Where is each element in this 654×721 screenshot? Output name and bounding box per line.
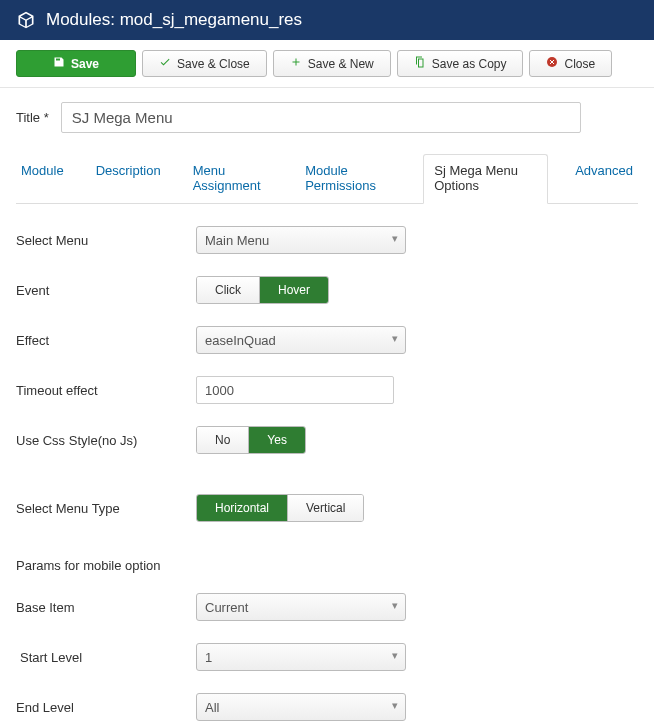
page-title: Modules: mod_sj_megamenu_res (46, 10, 302, 30)
label-timeout: Timeout effect (16, 383, 196, 398)
row-effect: Effect easeInQuad (16, 326, 638, 354)
label-menu-type: Select Menu Type (16, 501, 196, 516)
save-label: Save (71, 57, 99, 71)
row-select-menu: Select Menu Main Menu (16, 226, 638, 254)
start-level-dropdown[interactable]: 1 (196, 643, 406, 671)
event-toggle: Click Hover (196, 276, 329, 304)
use-css-no-option[interactable]: No (197, 427, 248, 453)
menu-type-toggle: Horizontal Vertical (196, 494, 364, 522)
page-header: Modules: mod_sj_megamenu_res (0, 0, 654, 40)
save-new-label: Save & New (308, 57, 374, 71)
save-new-button[interactable]: Save & New (273, 50, 391, 77)
timeout-input[interactable] (196, 376, 394, 404)
tab-module-permissions[interactable]: Module Permissions (300, 154, 401, 204)
label-event: Event (16, 283, 196, 298)
base-item-dropdown[interactable]: Current (196, 593, 406, 621)
label-effect: Effect (16, 333, 196, 348)
event-hover-option[interactable]: Hover (259, 277, 328, 303)
save-close-label: Save & Close (177, 57, 250, 71)
use-css-toggle: No Yes (196, 426, 306, 454)
cube-icon (16, 10, 36, 30)
row-event: Event Click Hover (16, 276, 638, 304)
menu-type-horizontal-option[interactable]: Horizontal (197, 495, 287, 521)
tab-module[interactable]: Module (16, 154, 69, 204)
mobile-params-heading: Params for mobile option (16, 558, 638, 573)
title-label: Title * (16, 110, 49, 125)
row-menu-type: Select Menu Type Horizontal Vertical (16, 494, 638, 522)
menu-type-vertical-option[interactable]: Vertical (287, 495, 363, 521)
save-close-button[interactable]: Save & Close (142, 50, 267, 77)
label-select-menu: Select Menu (16, 233, 196, 248)
title-input[interactable] (61, 102, 581, 133)
row-end-level: End Level All (16, 693, 638, 721)
close-icon (546, 56, 558, 71)
row-use-css: Use Css Style(no Js) No Yes (16, 426, 638, 454)
use-css-yes-option[interactable]: Yes (248, 427, 305, 453)
row-start-level: Start Level 1 (16, 643, 638, 671)
close-button[interactable]: Close (529, 50, 612, 77)
end-level-dropdown[interactable]: All (196, 693, 406, 721)
tab-advanced[interactable]: Advanced (570, 154, 638, 204)
close-label: Close (564, 57, 595, 71)
tab-sj-options[interactable]: Sj Mega Menu Options (423, 154, 548, 204)
row-base-item: Base Item Current (16, 593, 638, 621)
select-menu-dropdown[interactable]: Main Menu (196, 226, 406, 254)
row-timeout: Timeout effect (16, 376, 638, 404)
save-button[interactable]: Save (16, 50, 136, 77)
toolbar: Save Save & Close Save & New Save as Cop… (0, 40, 654, 88)
tabs: Module Description Menu Assignment Modul… (16, 153, 638, 204)
effect-dropdown[interactable]: easeInQuad (196, 326, 406, 354)
save-icon (53, 56, 65, 71)
check-icon (159, 56, 171, 71)
save-copy-button[interactable]: Save as Copy (397, 50, 524, 77)
plus-icon (290, 56, 302, 71)
event-click-option[interactable]: Click (197, 277, 259, 303)
content-area: Title * Module Description Menu Assignme… (0, 88, 654, 721)
label-base-item: Base Item (16, 600, 196, 615)
label-use-css: Use Css Style(no Js) (16, 433, 196, 448)
title-row: Title * (16, 102, 638, 133)
label-end-level: End Level (16, 700, 196, 715)
copy-icon (414, 56, 426, 71)
label-start-level: Start Level (16, 650, 196, 665)
save-copy-label: Save as Copy (432, 57, 507, 71)
tab-menu-assignment[interactable]: Menu Assignment (188, 154, 278, 204)
tab-description[interactable]: Description (91, 154, 166, 204)
